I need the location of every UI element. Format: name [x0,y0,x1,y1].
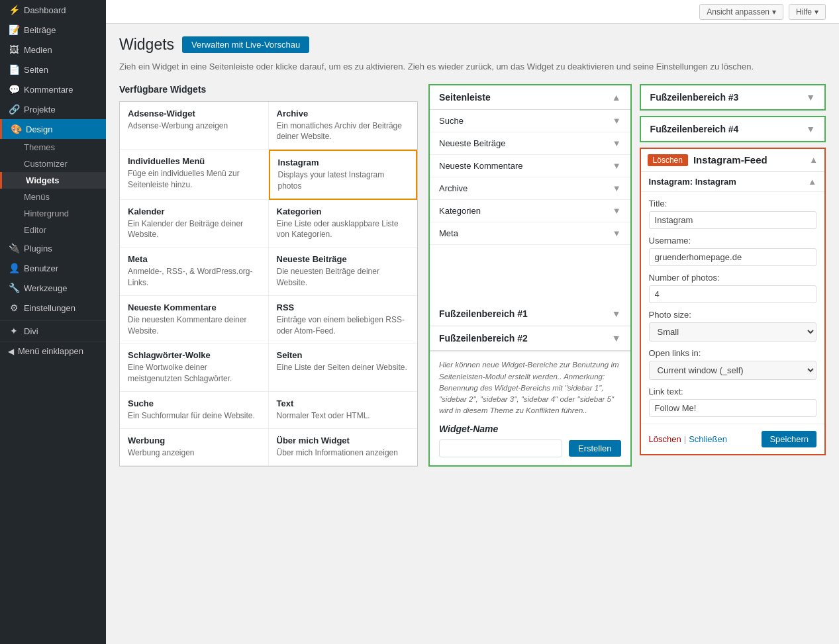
chevron-down-icon: ▾ [772,7,776,17]
widget-item[interactable]: Über mich Widget Über mich Informationen… [269,429,418,466]
widget-desc: Die neuesten Beiträge deiner Website. [277,266,410,289]
widget-name: Über mich Widget [277,436,410,445]
instagram-feed-panel: Löschen Instagram-Feed ▲ Instagram: Inst… [640,148,826,455]
sidebar-sub-customizer[interactable]: Customizer [0,156,106,172]
schliessen-action-link[interactable]: Schließen [689,434,727,444]
widget-name: Schlagwörter-Wolke [128,350,260,360]
num-photos-field: Number of photos: [649,273,816,303]
seiten-icon: 📄 [8,64,20,75]
item-chevron-icon: ▼ [613,183,621,193]
item-chevron-icon: ▼ [613,161,621,171]
title-input[interactable] [649,211,816,229]
widget-desc: Einträge von einem beliebigen RSS- oder … [277,314,410,337]
sidebar-item-benutzer[interactable]: 👤Benutzer [0,258,106,278]
sidebar: ⚡Dashboard📝Beiträge🖼Medien📄Seiten💬Kommen… [0,0,106,644]
widget-item[interactable]: Werbung Werbung anzeigen [120,429,269,466]
two-col-layout: Verfügbare Widgets Adsense-Widget Adsens… [119,84,826,467]
seitenleiste-item[interactable]: Neueste Kommentare ▼ [430,155,630,177]
loschen-action-link[interactable]: Löschen [649,434,681,444]
widget-name-label: Widget-Name [439,424,621,434]
widget-desc: Eine Liste der Seiten deiner Website. [277,362,410,373]
widget-item[interactable]: RSS Einträge von einem beliebigen RSS- o… [269,296,418,344]
sidebar-item-kommentare[interactable]: 💬Kommentare [0,79,106,99]
sidebar-item-einstellungen[interactable]: ⚙Einstellungen [0,298,106,318]
sidebar-item-divi[interactable]: ✦Divi [0,320,106,341]
sidebar-item-werkzeuge[interactable]: 🔧Werkzeuge [0,278,106,298]
sidebar-item-dashboard[interactable]: ⚡Dashboard [0,0,106,20]
widget-name: Seiten [277,350,410,360]
widget-desc: Werbung anzeigen [128,447,260,459]
sidebar-item-design[interactable]: 🎨Design [0,119,106,139]
widget-item[interactable]: Suche Ein Suchformular für deine Website… [120,392,269,429]
seitenleiste-item[interactable]: Kategorien ▼ [430,200,630,222]
widget-item[interactable]: Text Normaler Text oder HTML. [269,392,418,429]
fusszeile4-header[interactable]: Fußzeilenbereich #4 ▼ [641,117,824,141]
speichern-btn[interactable]: Speichern [762,431,816,447]
widget-name-input[interactable] [439,439,562,457]
widget-name: Kalender [128,207,260,216]
action-separator: | [684,434,686,444]
right-col: Seitenleiste ▲ Suche ▼ Neueste Beiträge … [428,84,826,467]
loschen-badge-btn[interactable]: Löschen [648,154,688,166]
sidebar-item-beiträge[interactable]: 📝Beiträge [0,20,106,40]
live-preview-btn[interactable]: Verwalten mit Live-Vorschau [182,36,309,53]
sidebar-collapse-btn[interactable]: ◀Menü einklappen [0,341,106,361]
available-widgets-title: Verfügbare Widgets [119,84,418,95]
sidebar-sub-widgets[interactable]: Widgets [0,172,106,189]
sidebar-sub-themes[interactable]: Themes [0,139,106,156]
fusszeile4-chevron-icon: ▼ [806,124,815,134]
sidebar-sub-editor[interactable]: Editor [0,222,106,238]
ig-feed-chevron-icon: ▲ [809,155,818,165]
open-links-select[interactable]: Current window (_self) New window (_blan… [649,361,816,380]
medien-icon: 🖼 [8,44,20,55]
fusszeile4-panel: Fußzeilenbereich #4 ▼ [640,116,826,142]
ig-sub-header[interactable]: Instagram: Instagram ▲ [641,172,824,192]
sidebar-sub-hintergrund[interactable]: Hintergrund [0,205,106,222]
benutzer-icon: 👤 [8,263,20,273]
footer-panels-area: Fußzeilenbereich #3 ▼ Fußzeilenbereich #… [640,84,826,467]
username-input[interactable] [649,248,816,266]
fusszeile3-header[interactable]: Fußzeilenbereich #3 ▼ [641,85,824,109]
hilfe-btn[interactable]: Hilfe ▾ [789,4,826,20]
widget-item[interactable]: Neueste Beiträge Die neuesten Beiträge d… [269,248,418,296]
fusszeile1-chevron-icon: ▼ [612,308,621,319]
widget-name-row: Erstellen [439,439,621,457]
seitenleiste-chevron-icon: ▲ [612,92,621,103]
ig-form: Title: Username: Number of photos: Photo… [641,192,824,417]
widget-item[interactable]: Kategorien Eine Liste oder ausklappbare … [269,200,418,248]
widget-name: Instagram [278,158,409,167]
fusszeile2-header[interactable]: Fußzeilenbereich #2 ▼ [430,326,630,351]
item-chevron-icon: ▼ [613,228,621,238]
seitenleiste-item[interactable]: Meta ▼ [430,222,630,245]
dashboard-icon: ⚡ [8,5,20,15]
photo-size-select[interactable]: Thumbnail Small Medium Large [649,322,816,342]
ansicht-anpassen-btn[interactable]: Ansicht anpassen ▾ [699,4,783,20]
num-photos-input[interactable] [649,285,816,303]
seitenleiste-header[interactable]: Seitenleiste ▲ [430,85,630,110]
hilfe-chevron-icon: ▾ [814,7,818,17]
link-text-input[interactable] [649,399,816,417]
widget-item[interactable]: Kalender Ein Kalender der Beiträge deine… [120,200,269,248]
sidebar-item-plugins[interactable]: 🔌Plugins [0,238,106,258]
sidebar-item-seiten[interactable]: 📄Seiten [0,60,106,79]
widget-name: Meta [128,254,260,264]
fusszeile1-header[interactable]: Fußzeilenbereich #1 ▼ [430,302,630,326]
sidebar-item-projekte[interactable]: 🔗Projekte [0,99,106,119]
photo-size-label: Photo size: [649,310,816,320]
sidebar-sub-menüs[interactable]: Menüs [0,189,106,205]
seitenleiste-item[interactable]: Suche ▼ [430,110,630,132]
widget-item[interactable]: Neueste Kommentare Die neuesten Kommenta… [120,296,269,344]
widget-item[interactable]: Instagram Displays your latest Instagram… [269,150,418,200]
widget-item[interactable]: Seiten Eine Liste der Seiten deiner Webs… [269,344,418,392]
widget-item[interactable]: Individuelles Menü Füge ein individuelle… [120,150,269,200]
erstellen-btn[interactable]: Erstellen [569,440,621,457]
open-links-label: Open links in: [649,348,816,358]
widget-name: Adsense-Widget [128,109,260,118]
seitenleiste-item[interactable]: Neueste Beiträge ▼ [430,132,630,155]
seitenleiste-item[interactable]: Archive ▼ [430,177,630,200]
widget-item[interactable]: Adsense-Widget Adsense-Werbung anzeigen [120,102,269,150]
widget-item[interactable]: Meta Anmelde-, RSS-, & WordPress.org-Lin… [120,248,269,296]
widget-item[interactable]: Archive Ein monatliches Archiv der Beitr… [269,102,418,150]
widget-item[interactable]: Schlagwörter-Wolke Eine Wortwolke deiner… [120,344,269,392]
sidebar-item-medien[interactable]: 🖼Medien [0,40,106,60]
